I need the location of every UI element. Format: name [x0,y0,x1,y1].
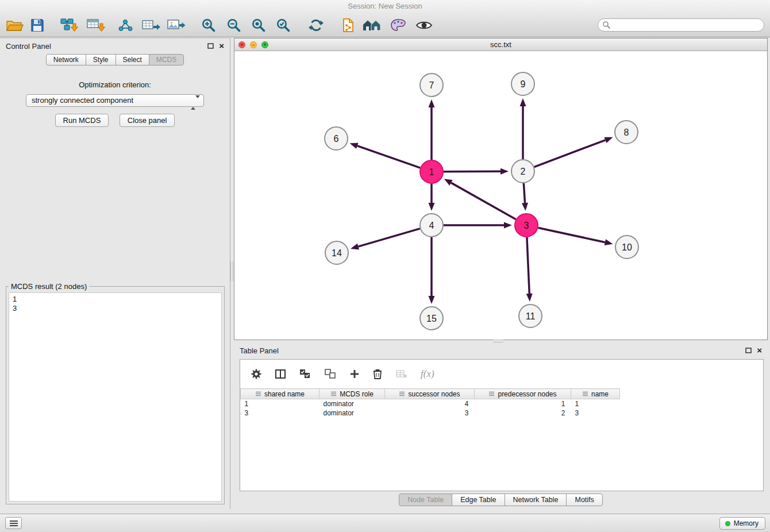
table-tab-node-table[interactable]: Node Table [399,494,452,506]
app-header: Session: New Session [0,0,770,37]
graph-edge-1-4[interactable] [429,184,435,211]
column-header-name[interactable]: name [571,389,620,399]
graph-edge-4-14[interactable] [351,229,420,250]
graph-node-11[interactable]: 11 [519,304,542,327]
graph-node-8[interactable]: 8 [615,121,638,144]
graph-node-15[interactable]: 15 [420,307,443,330]
graph-node-7[interactable]: 7 [420,74,443,97]
node-table-frame: f(x) shared nameMCDS rolesuccessor nodes… [240,359,764,491]
minimize-window-icon[interactable]: – [250,41,257,48]
zoom-fit-button[interactable] [248,16,269,34]
cell-mcds_role[interactable]: dominator [319,408,385,418]
table-tab-motifs[interactable]: Motifs [566,494,602,506]
show-columns-button[interactable] [275,369,286,379]
graph-edge-1-6[interactable] [350,143,421,168]
graph-edge-3-11[interactable] [526,237,533,302]
create-column-button[interactable] [349,369,360,379]
table-settings-button[interactable] [251,368,262,380]
cell-shared_name[interactable]: 3 [241,408,319,418]
show-task-history-button[interactable] [5,517,22,529]
graph-node-2[interactable]: 2 [511,160,534,183]
zoom-selected-button[interactable] [273,16,294,34]
export-table-button[interactable] [140,16,161,34]
graph-edge-2-9[interactable] [520,98,526,159]
deselect-all-columns-button[interactable] [324,369,337,379]
save-session-button[interactable] [27,16,48,34]
table-tab-network-table[interactable]: Network Table [505,494,567,506]
graph-node-6[interactable]: 6 [325,127,348,150]
horizontal-splitter-grip[interactable] [493,340,503,342]
cell-mcds_role[interactable]: dominator [319,399,385,408]
cell-predecessor_nodes[interactable]: 2 [475,408,571,418]
style-palette-button[interactable] [388,16,409,34]
graph-edge-2-3[interactable] [522,183,528,211]
column-header-successor_nodes[interactable]: successor nodes [385,389,475,399]
column-header-predecessor_nodes[interactable]: predecessor nodes [475,389,571,399]
float-panel-icon[interactable] [745,348,752,353]
open-session-button[interactable] [4,16,25,34]
graph-node-3[interactable]: 3 [515,214,538,237]
vertical-splitter-grip[interactable] [230,261,233,281]
table-tab-edge-table[interactable]: Edge Table [452,494,505,506]
graph-edge-3-10[interactable] [538,228,613,245]
network-window-titlebar[interactable]: × – + scc.txt [234,38,767,51]
search-field[interactable] [598,18,764,32]
delete-table-button[interactable] [395,369,408,379]
gear-icon [251,368,262,380]
zoom-out-button[interactable] [224,16,244,34]
criterion-dropdown[interactable]: strongly connected component [26,94,204,107]
network-graph[interactable]: 7968124314101511 [234,52,767,340]
export-image-button[interactable] [165,16,186,34]
search-input[interactable] [614,20,764,30]
float-panel-icon[interactable] [207,43,214,49]
close-panel-icon[interactable]: × [219,43,224,49]
delete-column-button[interactable] [372,368,383,380]
select-all-icon [299,369,311,379]
import-table-button[interactable] [85,16,106,34]
zoom-window-icon[interactable]: + [261,41,268,48]
cell-shared_name[interactable]: 1 [241,399,319,408]
show-details-button[interactable] [414,16,434,34]
document-share-button[interactable] [338,16,359,34]
table-row[interactable]: 3dominator323 [241,408,620,418]
tab-mcds[interactable]: MCDS [149,54,184,65]
graph-node-10[interactable]: 10 [615,236,638,259]
home-button[interactable] [361,16,382,34]
mcds-result-list[interactable]: 13 [9,292,222,502]
graph-node-1[interactable]: 1 [420,160,443,183]
tab-style[interactable]: Style [86,54,116,65]
graph-edge-4-3[interactable] [444,222,512,229]
tab-network[interactable]: Network [46,54,86,65]
network-tool-button[interactable] [116,16,136,34]
graph-edge-3-1[interactable] [444,179,516,219]
close-panel-button[interactable]: Close panel [120,114,175,127]
column-header-shared_name[interactable]: shared name [241,389,319,399]
graph-edge-2-8[interactable] [534,137,613,167]
import-network-button[interactable] [58,16,79,34]
table-row[interactable]: 1dominator411 [241,399,620,408]
run-mcds-button[interactable]: Run MCDS [55,114,109,127]
refresh-button[interactable] [306,16,326,34]
graph-edge-4-15[interactable] [429,237,435,304]
graph-node-14[interactable]: 14 [325,241,348,264]
search-icon [602,21,611,29]
graph-node-9[interactable]: 9 [511,72,534,95]
graph-edge-1-7[interactable] [429,99,435,160]
cell-name[interactable]: 1 [571,399,620,408]
close-window-icon[interactable]: × [238,41,245,48]
cell-successor_nodes[interactable]: 3 [385,408,475,418]
graph-node-4[interactable]: 4 [420,214,443,237]
cell-predecessor_nodes[interactable]: 1 [475,399,571,408]
network-canvas[interactable]: 7968124314101511 [234,52,767,340]
memory-button[interactable]: Memory [719,517,765,530]
column-label: name [591,390,609,398]
select-all-columns-button[interactable] [299,369,311,379]
column-header-mcds_role[interactable]: MCDS role [319,389,385,399]
cell-name[interactable]: 3 [571,408,620,418]
function-builder-button[interactable]: f(x) [421,368,434,380]
zoom-in-button[interactable] [198,16,219,34]
tab-select[interactable]: Select [116,54,149,65]
graph-edge-1-2[interactable] [444,168,509,175]
close-panel-icon[interactable]: × [757,347,762,354]
cell-successor_nodes[interactable]: 4 [385,399,475,408]
